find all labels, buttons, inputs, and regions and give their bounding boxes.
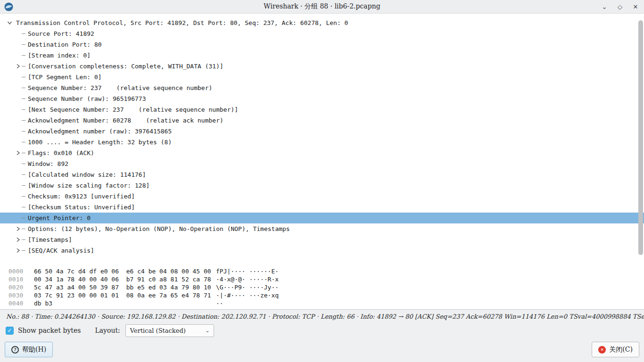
tree-item[interactable]: Options: (12 bytes), No-Operation (NOP),… <box>0 223 644 234</box>
maximize-icon[interactable]: ◇ <box>616 3 624 11</box>
help-button[interactable]: ? 帮助(H) <box>5 342 53 357</box>
tree-item-label: Acknowledgment Number: 60278 (relative a… <box>28 117 223 124</box>
close-button[interactable]: ✕ 关闭(C) <box>592 342 639 357</box>
tree-item[interactable]: [Timestamps] <box>0 234 644 245</box>
tree-item[interactable]: Sequence Number: 237 (relative sequence … <box>0 82 644 93</box>
chevron-right-icon[interactable] <box>15 248 21 253</box>
hex-rows: 0000 66 50 4a 7c d4 df e0 06 e6 c4 be 04… <box>8 267 644 307</box>
tree-item[interactable]: [Conversation completeness: Complete, WI… <box>0 61 644 72</box>
tree-branch-tick <box>22 174 25 175</box>
hex-offset: 0020 <box>8 284 25 291</box>
tree-item[interactable]: 1000 .... = Header Length: 32 bytes (8) <box>0 137 644 148</box>
tree-item-label: [Next Sequence Number: 237 (relative seq… <box>28 106 238 113</box>
hex-bytes: db b3 <box>34 300 216 307</box>
tree-branch-tick <box>22 196 25 197</box>
tree-branch-tick <box>22 250 25 251</box>
checkmark-icon: ✓ <box>7 327 12 334</box>
hex-row[interactable]: 0030 03 7c 91 23 00 00 01 01 08 0a ee 7a… <box>8 291 644 299</box>
tree-branch-tick <box>22 229 25 229</box>
tree-branch-tick <box>22 153 25 153</box>
tree-item-label: [Stream index: 0] <box>28 52 91 59</box>
hex-row[interactable]: 0010 00 34 1a 78 40 00 40 06 b7 91 c0 a8… <box>8 275 644 283</box>
tree-item[interactable]: [Next Sequence Number: 237 (relative seq… <box>0 104 644 115</box>
tree-branch-tick <box>22 207 25 207</box>
titlebar[interactable]: Wireshark · 分组 88 · lib6-2.pcapng ⌄ ◇ ✕ <box>0 0 644 14</box>
tree-root-item[interactable]: Transmission Control Protocol, Src Port:… <box>0 17 644 28</box>
window-title: Wireshark · 分组 88 · lib6-2.pcapng <box>0 2 644 11</box>
show-packet-bytes-checkbox[interactable]: ✓ <box>6 327 14 335</box>
packet-detail-tree[interactable]: Transmission Control Protocol, Src Port:… <box>0 14 644 263</box>
tree-item[interactable]: Flags: 0x010 (ACK) <box>0 148 644 158</box>
tree-item-label: Sequence Number (raw): 965196773 <box>28 95 146 102</box>
chevron-right-icon[interactable] <box>15 226 21 231</box>
vertical-scrollbar[interactable] <box>638 16 643 259</box>
tree-item-label: Destination Port: 80 <box>28 41 102 48</box>
tree-branch-tick <box>22 77 25 77</box>
show-packet-bytes-label[interactable]: Show packet bytes <box>18 327 81 334</box>
tree-item[interactable]: [Window size scaling factor: 128] <box>0 180 644 191</box>
tree-item[interactable]: Urgent Pointer: 0 <box>0 213 644 223</box>
hex-row[interactable]: 0040 db b3 ·· <box>8 299 644 307</box>
tree-item-label: [Checksum Status: Unverified] <box>28 204 135 211</box>
minimize-icon[interactable]: ⌄ <box>601 3 608 11</box>
close-icon[interactable]: ✕ <box>632 3 639 11</box>
packet-detail-dialog: Wireshark · 分组 88 · lib6-2.pcapng ⌄ ◇ ✕ … <box>0 0 644 362</box>
tree-item[interactable]: Acknowledgment Number: 60278 (relative a… <box>0 115 644 126</box>
tree-item[interactable]: [Stream index: 0] <box>0 50 644 61</box>
hex-offset: 0040 <box>8 300 25 307</box>
hex-bytes: 5c 47 a3 a4 00 50 39 87 bb e5 ed 03 4a 7… <box>34 284 216 291</box>
hex-ascii: ·· <box>216 300 223 307</box>
tree-item[interactable]: Sequence Number (raw): 965196773 <box>0 93 644 104</box>
tree-item[interactable]: Destination Port: 80 <box>0 39 644 50</box>
hex-ascii: ·|·#···· ···ze·xq <box>216 292 279 299</box>
tree-branch-tick <box>22 239 25 240</box>
tree-branch-tick <box>22 218 25 218</box>
tree-branch-tick <box>22 164 25 164</box>
packet-bytes-pane[interactable]: 0000 66 50 4a 7c d4 df e0 06 e6 c4 be 04… <box>0 263 644 309</box>
tree-item-label: [Window size scaling factor: 128] <box>28 182 149 189</box>
help-button-label: 帮助(H) <box>22 346 46 354</box>
tree-item[interactable]: Window: 892 <box>0 158 644 169</box>
hex-ascii: ·4·x@·@· ·····R·x <box>216 276 279 283</box>
tree-item-label: Transmission Control Protocol, Src Port:… <box>16 19 348 26</box>
tree-item-label: Source Port: 41892 <box>28 30 94 37</box>
tree-branch-tick <box>22 142 25 142</box>
tree-item[interactable]: [Calculated window size: 114176] <box>0 169 644 180</box>
tree-item[interactable]: [Checksum Status: Unverified] <box>0 202 644 213</box>
dialog-button-row: ? 帮助(H) ✕ 关闭(C) <box>0 338 644 362</box>
help-icon: ? <box>11 346 19 354</box>
hex-offset: 0010 <box>8 276 25 283</box>
layout-selected-value: Vertical (Stacked) <box>130 327 186 334</box>
tree-branch-tick <box>22 120 25 121</box>
tree-branch-tick <box>22 109 25 110</box>
tree-item-label: Window: 892 <box>28 160 68 167</box>
tree-item-label: Options: (12 bytes), No-Operation (NOP),… <box>28 225 290 232</box>
hex-bytes: 66 50 4a 7c d4 df e0 06 e6 c4 be 04 08 0… <box>34 268 216 275</box>
tree-item[interactable]: [TCP Segment Len: 0] <box>0 72 644 82</box>
layout-select[interactable]: Vertical (Stacked) ⌄ <box>125 324 214 337</box>
tree-item-label: Sequence Number: 237 (relative sequence … <box>28 84 212 91</box>
tree-branch-tick <box>22 131 25 132</box>
tree-item-label: 1000 .... = Header Length: 32 bytes (8) <box>28 139 172 146</box>
close-circle-icon: ✕ <box>598 346 606 354</box>
tree-item-label: [TCP Segment Len: 0] <box>28 74 102 81</box>
tree-item[interactable]: [SEQ/ACK analysis] <box>0 245 644 256</box>
tree-item[interactable]: Checksum: 0x9123 [unverified] <box>0 191 644 202</box>
tree-item-label: [SEQ/ACK analysis] <box>28 247 94 254</box>
tree-item-label: Acknowledgment number (raw): 3976415865 <box>28 128 172 135</box>
chevron-right-icon[interactable] <box>15 237 21 242</box>
tree-branch-tick <box>22 185 25 186</box>
hex-row[interactable]: 0000 66 50 4a 7c d4 df e0 06 e6 c4 be 04… <box>8 267 644 275</box>
tree-item[interactable]: Source Port: 41892 <box>0 28 644 39</box>
tree-item[interactable]: Acknowledgment number (raw): 3976415865 <box>0 126 644 137</box>
hex-ascii: fPJ|···· ······E· <box>216 268 279 275</box>
chevron-right-icon[interactable] <box>15 64 21 69</box>
chevron-right-icon[interactable] <box>15 150 21 156</box>
tree-item-label: Flags: 0x010 (ACK) <box>28 149 94 156</box>
chevron-down-icon: ⌄ <box>206 328 210 334</box>
chevron-down-icon[interactable] <box>7 21 12 25</box>
hex-row[interactable]: 0020 5c 47 a3 a4 00 50 39 87 bb e5 ed 03… <box>8 283 644 291</box>
tree-branch-tick <box>22 33 25 34</box>
dialog-controls-row: ✓ Show packet bytes Layout: Vertical (St… <box>0 323 644 338</box>
scrollbar-thumb[interactable] <box>638 20 643 255</box>
